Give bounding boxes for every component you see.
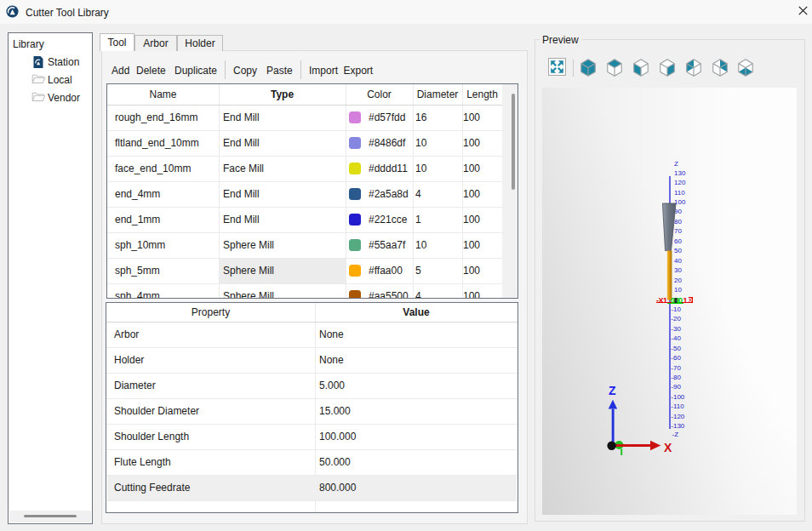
svg-text:X: X <box>664 441 672 454</box>
svg-text:Z: Z <box>609 384 616 397</box>
